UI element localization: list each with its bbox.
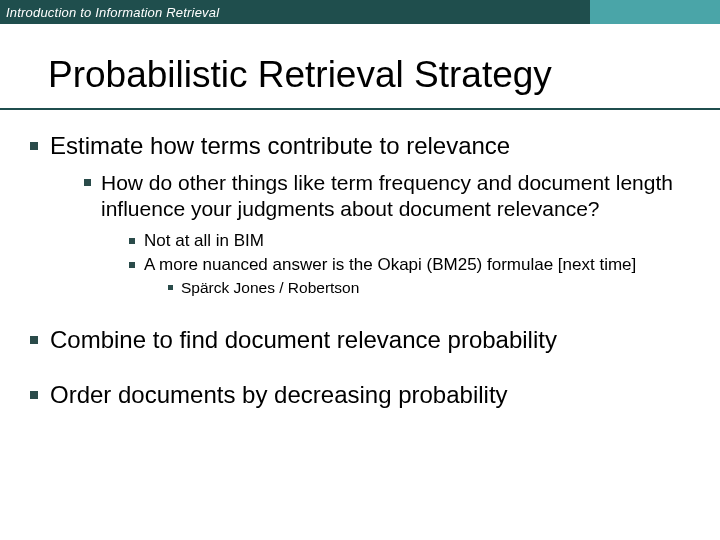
- bullet-level4: Spärck Jones / Robertson: [168, 278, 690, 297]
- title-area: Probabilistic Retrieval Strategy: [0, 24, 720, 102]
- slide-title: Probabilistic Retrieval Strategy: [48, 54, 720, 96]
- header-accent: [590, 0, 720, 24]
- bullet-icon: [129, 238, 135, 244]
- bullet-level1: Estimate how terms contribute to relevan…: [30, 132, 690, 300]
- bullet-text: Not at all in BIM: [144, 230, 264, 251]
- bullet-icon: [129, 262, 135, 268]
- slide: Introduction to Information Retrieval Pr…: [0, 0, 720, 540]
- bullet-icon: [30, 336, 38, 344]
- bullet-text: Estimate how terms contribute to relevan…: [50, 132, 510, 159]
- slide-body: Estimate how terms contribute to relevan…: [0, 110, 720, 409]
- bullet-text: Order documents by decreasing probabilit…: [50, 381, 508, 409]
- header-bar: Introduction to Information Retrieval: [0, 0, 720, 24]
- bullet-level3: A more nuanced answer is the Okapi (BM25…: [129, 254, 690, 298]
- bullet-text: Spärck Jones / Robertson: [181, 278, 359, 297]
- bullet-icon: [30, 142, 38, 150]
- bullet-icon: [84, 179, 91, 186]
- bullet-icon: [30, 391, 38, 399]
- bullet-text: A more nuanced answer is the Okapi (BM25…: [144, 255, 636, 274]
- bullet-level1: Combine to find document relevance proba…: [30, 326, 690, 354]
- bullet-level1: Order documents by decreasing probabilit…: [30, 381, 690, 409]
- bullet-icon: [168, 285, 173, 290]
- bullet-level3: Not at all in BIM: [129, 230, 690, 251]
- bullet-text: How do other things like term frequency …: [101, 171, 673, 220]
- header-text: Introduction to Information Retrieval: [0, 5, 219, 20]
- bullet-text: Combine to find document relevance proba…: [50, 326, 557, 354]
- bullet-level2: How do other things like term frequency …: [84, 170, 690, 300]
